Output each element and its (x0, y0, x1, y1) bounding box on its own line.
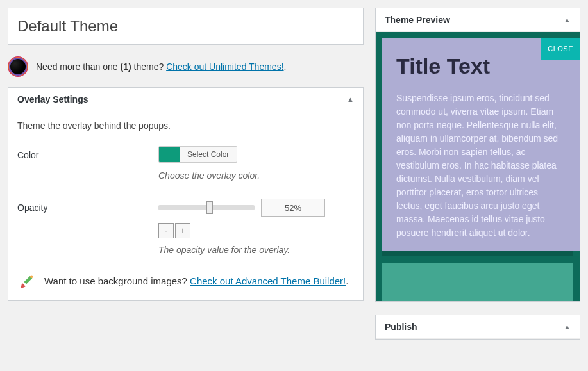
popup-body: Suspendisse ipsum eros, tincidunt sed co… (396, 92, 566, 240)
chevron-up-icon: ▲ (564, 16, 571, 24)
svg-point-0 (30, 276, 33, 279)
select-color-button[interactable]: Select Color (158, 146, 237, 163)
opacity-slider[interactable] (158, 205, 255, 210)
overlay-description: Theme the overlay behind the popups. (17, 120, 354, 131)
opacity-stepper: - + (158, 223, 354, 238)
opacity-field: Opacity 52% - + The opacity value fo (17, 199, 354, 255)
unlimited-themes-link[interactable]: Check out Unlimited Themes! (166, 62, 283, 72)
close-button[interactable]: CLOSE (541, 38, 580, 60)
advanced-theme-builder-link[interactable]: Check out Advanced Theme Builder! (190, 276, 346, 286)
opacity-hint: The opacity value for the overlay. (158, 245, 354, 255)
theme-preview-panel: Theme Preview ▲ CLOSE Title Text Suspend… (375, 8, 580, 302)
preview-sub-bar (382, 263, 573, 301)
bg-images-note: Want to use background images? Check out… (17, 273, 354, 291)
theme-preview-title: Theme Preview (385, 15, 450, 25)
preview-popup: CLOSE Title Text Suspendisse ipsum eros,… (382, 38, 580, 251)
overlay-settings-header[interactable]: Overlay Settings ▲ (8, 88, 363, 111)
slider-thumb-icon[interactable] (206, 201, 213, 214)
opacity-readout: 52% (261, 199, 325, 217)
color-label: Color (17, 146, 158, 160)
preview-area: CLOSE Title Text Suspendisse ipsum eros,… (376, 32, 580, 301)
paintbrush-icon (17, 273, 35, 291)
publish-title: Publish (385, 322, 417, 332)
page-title-panel: Default Theme (8, 8, 364, 45)
popup-title: Title Text (396, 50, 566, 83)
overlay-settings-panel: Overlay Settings ▲ Theme the overlay beh… (8, 87, 364, 301)
theme-preview-header[interactable]: Theme Preview ▲ (376, 8, 580, 32)
chevron-up-icon: ▲ (347, 95, 354, 103)
publish-header[interactable]: Publish ▲ (376, 315, 580, 339)
opacity-dec-button[interactable]: - (158, 223, 174, 238)
publish-panel: Publish ▲ (375, 315, 580, 340)
opacity-label: Opacity (17, 199, 158, 213)
color-field: Color Select Color Choose the overlay co… (17, 146, 354, 181)
color-hint: Choose the overlay color. (158, 170, 354, 181)
yarn-icon (9, 58, 27, 76)
opacity-inc-button[interactable]: + (175, 223, 190, 238)
color-swatch (159, 147, 180, 162)
chevron-up-icon: ▲ (564, 323, 571, 331)
overlay-settings-title: Overlay Settings (17, 94, 88, 104)
upsell-note: Need more than one (1) theme? Check out … (8, 58, 364, 76)
preview-divider (382, 251, 573, 256)
page-title: Default Theme (17, 17, 118, 35)
